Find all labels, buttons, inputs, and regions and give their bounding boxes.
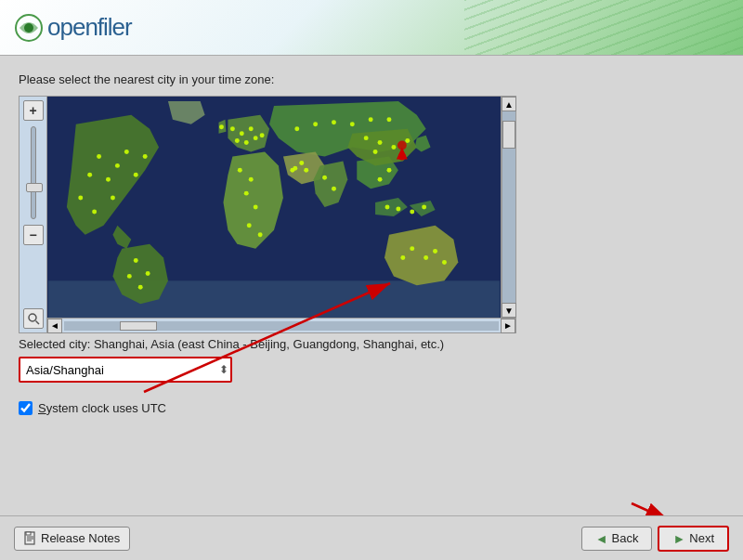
svg-point-45	[386, 168, 391, 173]
document-icon	[24, 531, 37, 546]
main-content: Please select the nearest city in your t…	[0, 56, 743, 424]
svg-point-38	[369, 117, 373, 122]
zoom-out-button[interactable]: −	[23, 225, 44, 245]
zoom-slider-thumb[interactable]	[26, 183, 43, 192]
svg-point-34	[294, 126, 299, 131]
logo-icon	[14, 13, 44, 43]
world-map[interactable]	[46, 96, 502, 319]
svg-point-9	[124, 150, 129, 154]
svg-point-40	[364, 136, 369, 140]
svg-point-27	[219, 124, 224, 129]
next-label: Next	[689, 531, 714, 545]
svg-point-29	[249, 177, 254, 182]
world-map-svg	[47, 97, 501, 318]
system-clock-area: System clock uses UTC	[19, 401, 724, 415]
svg-point-42	[391, 145, 396, 150]
svg-point-32	[247, 223, 252, 228]
svg-point-57	[400, 255, 405, 260]
map-with-scrollbar: ▲ ▼	[46, 96, 516, 319]
footer: Release Notes ◄ Back ► Next	[0, 515, 743, 560]
selected-city-text: Selected city: Shanghai, Asia (east Chin…	[19, 337, 724, 351]
scroll-down-arrow[interactable]: ▼	[502, 303, 516, 318]
svg-point-1	[24, 23, 33, 33]
svg-point-31	[254, 205, 258, 210]
map-wrapper: ▲ ▼ ◄ ►	[46, 96, 516, 333]
system-clock-label[interactable]: System clock uses UTC	[38, 401, 166, 415]
zoom-in-button[interactable]: +	[23, 100, 44, 121]
svg-point-23	[254, 136, 258, 140]
svg-point-33	[258, 232, 263, 237]
svg-point-30	[244, 191, 249, 196]
back-label: Back	[612, 531, 639, 545]
svg-point-44	[373, 150, 378, 154]
svg-point-24	[244, 140, 249, 145]
svg-point-46	[378, 177, 383, 182]
system-clock-checkbox[interactable]	[19, 401, 33, 415]
svg-point-62	[398, 141, 407, 150]
svg-point-10	[87, 173, 92, 177]
svg-point-59	[396, 207, 400, 212]
svg-point-35	[313, 122, 318, 126]
svg-point-52	[304, 168, 308, 173]
scroll-track-vertical[interactable]	[502, 111, 515, 303]
svg-point-60	[410, 209, 414, 214]
svg-rect-68	[26, 532, 31, 535]
back-icon: ◄	[595, 531, 608, 546]
back-button[interactable]: ◄ Back	[581, 527, 653, 551]
svg-point-47	[322, 176, 327, 180]
svg-point-2	[29, 314, 36, 321]
svg-rect-5	[48, 280, 500, 318]
svg-point-15	[92, 209, 97, 214]
search-icon	[27, 312, 40, 325]
svg-point-48	[332, 187, 336, 191]
timezone-select[interactable]: Asia/Shanghai Asia/Tokyo Asia/Seoul Asia…	[19, 357, 232, 383]
svg-point-8	[106, 177, 111, 182]
svg-point-18	[127, 274, 132, 279]
svg-point-55	[433, 249, 437, 254]
svg-point-43	[405, 138, 410, 143]
footer-right: ◄ Back ► Next	[581, 526, 729, 552]
header: openfiler	[0, 0, 743, 56]
release-notes-label: Release Notes	[41, 531, 120, 545]
svg-point-53	[410, 246, 414, 251]
svg-point-63	[398, 152, 406, 160]
svg-point-14	[78, 196, 83, 201]
scroll-track-horizontal[interactable]	[64, 321, 499, 331]
release-notes-button[interactable]: Release Notes	[14, 527, 130, 551]
map-controls-left: + −	[19, 96, 46, 333]
svg-point-12	[111, 196, 115, 201]
svg-point-39	[386, 117, 391, 122]
svg-point-36	[332, 120, 336, 124]
svg-point-16	[134, 258, 138, 263]
svg-point-6	[97, 154, 101, 159]
svg-point-26	[260, 133, 265, 137]
scroll-thumb-horizontal[interactable]	[120, 321, 157, 331]
svg-point-54	[424, 255, 428, 260]
map-scrollbar-bottom[interactable]: ◄ ►	[46, 319, 516, 333]
scroll-right-arrow[interactable]: ►	[501, 319, 515, 333]
svg-point-37	[350, 122, 355, 126]
scroll-up-arrow[interactable]: ▲	[502, 97, 516, 111]
timezone-select-wrapper[interactable]: Asia/Shanghai Asia/Tokyo Asia/Seoul Asia…	[19, 357, 232, 383]
scroll-thumb-vertical[interactable]	[502, 121, 515, 149]
zoom-slider[interactable]	[31, 126, 36, 219]
svg-point-61	[422, 205, 426, 210]
svg-point-22	[249, 126, 254, 131]
map-scrollbar-right[interactable]: ▲ ▼	[502, 96, 516, 319]
svg-point-17	[146, 271, 150, 276]
svg-point-49	[299, 161, 304, 165]
svg-point-19	[138, 285, 143, 290]
logo-text: openfiler	[47, 13, 132, 42]
svg-point-13	[143, 154, 148, 159]
svg-point-11	[134, 173, 138, 177]
next-button[interactable]: ► Next	[658, 526, 729, 552]
scroll-left-arrow[interactable]: ◄	[47, 319, 62, 333]
map-area: + −	[19, 96, 724, 333]
svg-point-7	[115, 163, 120, 168]
footer-left: Release Notes	[14, 527, 130, 551]
svg-point-41	[378, 140, 383, 145]
svg-line-3	[35, 321, 39, 325]
map-search-button[interactable]	[23, 308, 44, 329]
svg-point-20	[230, 126, 235, 131]
next-icon: ►	[672, 531, 685, 546]
